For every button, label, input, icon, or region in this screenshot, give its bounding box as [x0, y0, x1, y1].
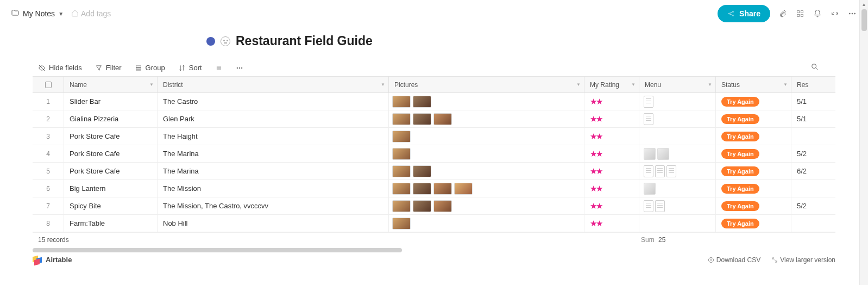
- picture-thumbnail[interactable]: [433, 183, 452, 195]
- picture-thumbnail[interactable]: [454, 183, 473, 195]
- picture-thumbnail[interactable]: [413, 96, 431, 108]
- grid-icon[interactable]: [795, 9, 805, 18]
- cell-menu[interactable]: [639, 93, 716, 110]
- cell-name[interactable]: Big Lantern: [64, 180, 158, 197]
- table-row[interactable]: 1Slider BarThe Castro★★Try Again5/1: [33, 93, 835, 110]
- picture-thumbnail[interactable]: [433, 200, 452, 212]
- cell-name[interactable]: Slider Bar: [64, 93, 158, 110]
- toolbar-more-button[interactable]: [236, 64, 243, 72]
- add-tags-button[interactable]: Add tags: [71, 9, 111, 18]
- cell-name[interactable]: Pork Store Cafe: [64, 145, 158, 162]
- picture-thumbnail[interactable]: [392, 148, 411, 160]
- cell-res[interactable]: 5/1: [791, 110, 835, 127]
- cell-res[interactable]: 5/1: [791, 93, 835, 110]
- cell-district[interactable]: Nob Hill: [158, 215, 389, 232]
- attachment-icon[interactable]: [778, 9, 788, 18]
- cell-status[interactable]: Try Again: [716, 128, 791, 145]
- cell-district[interactable]: The Marina: [158, 145, 389, 162]
- cell-pictures[interactable]: [389, 180, 584, 197]
- sort-button[interactable]: Sort: [178, 64, 202, 72]
- group-button[interactable]: Group: [135, 64, 165, 72]
- cell-menu[interactable]: [639, 197, 716, 214]
- scrollbar-thumb[interactable]: [861, 9, 867, 31]
- cell-menu[interactable]: [639, 215, 716, 232]
- document-icon[interactable]: [644, 200, 653, 212]
- picture-thumbnail[interactable]: [392, 165, 411, 177]
- picture-thumbnail[interactable]: [392, 131, 411, 142]
- cell-pictures[interactable]: [389, 93, 584, 110]
- scroll-up-arrow[interactable]: ▴: [860, 0, 868, 8]
- cell-menu[interactable]: [639, 145, 716, 162]
- checkbox-icon[interactable]: [45, 82, 52, 88]
- picture-thumbnail[interactable]: [392, 96, 411, 108]
- view-larger-link[interactable]: View larger version: [771, 256, 835, 264]
- document-icon[interactable]: [655, 165, 665, 177]
- filter-button[interactable]: Filter: [95, 64, 122, 72]
- scrollbar-thumb[interactable]: [33, 248, 402, 252]
- cell-res[interactable]: 5/2: [791, 197, 835, 214]
- cell-rating[interactable]: ★★: [584, 180, 639, 197]
- cell-district[interactable]: The Castro: [158, 93, 389, 110]
- more-icon[interactable]: [847, 9, 857, 18]
- picture-thumbnail[interactable]: [433, 113, 452, 125]
- column-menu[interactable]: Menu▼: [639, 77, 716, 92]
- picture-thumbnail[interactable]: [392, 218, 411, 230]
- cell-res[interactable]: [791, 180, 835, 197]
- table-row[interactable]: 8Farm:TableNob Hill★★Try Again: [33, 215, 835, 232]
- cell-menu[interactable]: [639, 128, 716, 145]
- menu-thumbnail[interactable]: [657, 148, 669, 160]
- cell-pictures[interactable]: [389, 215, 584, 232]
- document-icon[interactable]: [655, 200, 665, 212]
- picture-thumbnail[interactable]: [413, 183, 431, 195]
- airtable-logo[interactable]: Airtable: [33, 256, 72, 264]
- picture-thumbnail[interactable]: [392, 200, 411, 212]
- document-icon[interactable]: [644, 165, 653, 177]
- cell-district[interactable]: The Mission, The Castro, vvcccvv: [158, 197, 389, 214]
- column-res[interactable]: Res: [791, 77, 835, 92]
- cell-menu[interactable]: [639, 110, 716, 127]
- cell-rating[interactable]: ★★: [584, 145, 639, 162]
- cell-status[interactable]: Try Again: [716, 180, 791, 197]
- cell-pictures[interactable]: [389, 145, 584, 162]
- cell-district[interactable]: The Mission: [158, 180, 389, 197]
- horizontal-scrollbar[interactable]: [33, 247, 835, 252]
- breadcrumb[interactable]: My Notes ▼: [11, 9, 64, 19]
- cell-rating[interactable]: ★★: [584, 163, 639, 179]
- cell-pictures[interactable]: [389, 163, 584, 179]
- cell-name[interactable]: Spicy Bite: [64, 197, 158, 214]
- cell-name[interactable]: Farm:Table: [64, 215, 158, 232]
- picture-thumbnail[interactable]: [413, 200, 431, 212]
- cell-rating[interactable]: ★★: [584, 93, 639, 110]
- table-row[interactable]: 6Big LanternThe Mission★★Try Again: [33, 180, 835, 197]
- cell-res[interactable]: 6/2: [791, 163, 835, 179]
- column-district[interactable]: District▼: [158, 77, 389, 92]
- cell-name[interactable]: Pork Store Cafe: [64, 163, 158, 179]
- cell-rating[interactable]: ★★: [584, 110, 639, 127]
- cell-pictures[interactable]: [389, 110, 584, 127]
- cell-res[interactable]: [791, 128, 835, 145]
- menu-thumbnail[interactable]: [644, 183, 656, 195]
- cell-status[interactable]: Try Again: [716, 163, 791, 179]
- table-row[interactable]: 7Spicy BiteThe Mission, The Castro, vvcc…: [33, 197, 835, 215]
- cell-status[interactable]: Try Again: [716, 197, 791, 214]
- document-icon[interactable]: [666, 165, 676, 177]
- cell-name[interactable]: Gialina Pizzeria: [64, 110, 158, 127]
- column-rating[interactable]: My Rating▼: [584, 77, 639, 92]
- row-height-button[interactable]: [215, 64, 223, 72]
- column-name[interactable]: Name▼: [64, 77, 158, 92]
- cell-rating[interactable]: ★★: [584, 128, 639, 145]
- cell-status[interactable]: Try Again: [716, 145, 791, 162]
- vertical-scrollbar[interactable]: ▴: [859, 0, 868, 285]
- table-row[interactable]: 2Gialina PizzeriaGlen Park★★Try Again5/1: [33, 110, 835, 128]
- document-icon[interactable]: [644, 96, 653, 108]
- cell-pictures[interactable]: [389, 128, 584, 145]
- collapse-icon[interactable]: [830, 9, 840, 18]
- hide-fields-button[interactable]: Hide fields: [38, 64, 82, 72]
- cell-res[interactable]: 5/2: [791, 145, 835, 162]
- column-checkbox[interactable]: [33, 77, 64, 92]
- search-button[interactable]: [810, 63, 819, 73]
- cell-district[interactable]: The Marina: [158, 163, 389, 179]
- cell-rating[interactable]: ★★: [584, 197, 639, 214]
- picture-thumbnail[interactable]: [413, 165, 431, 177]
- download-csv-link[interactable]: Download CSV: [708, 256, 760, 264]
